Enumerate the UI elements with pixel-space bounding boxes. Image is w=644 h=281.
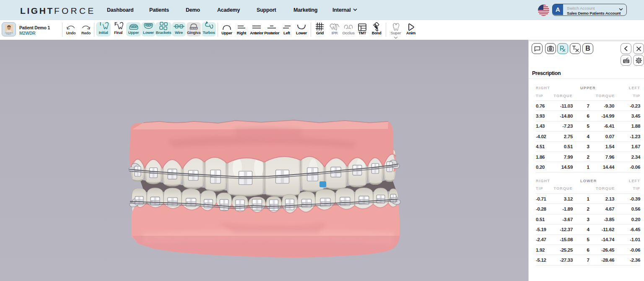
svg-text:I: I: [100, 21, 101, 26]
svg-text:F: F: [114, 21, 117, 26]
